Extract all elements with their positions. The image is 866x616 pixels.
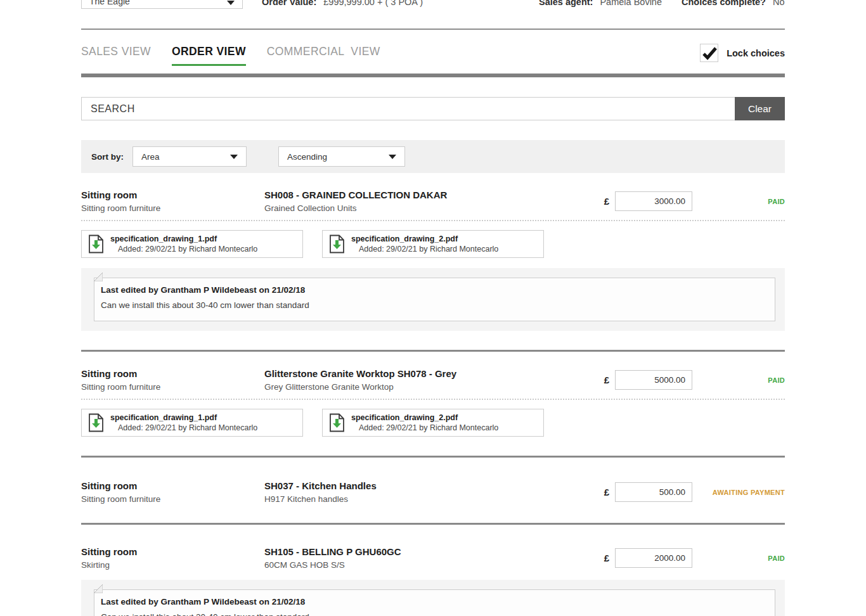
view-tabs: SALES VIEW ORDER VIEW COMMERCIAL VIEW Lo… <box>81 45 785 66</box>
attachment-card[interactable]: specification_drawing_1.pdf Added: 29/02… <box>81 230 303 258</box>
folded-corner-icon <box>94 273 103 281</box>
item-title: SH008 - GRAINED COLLECTION DAKAR <box>264 189 604 200</box>
attachment-filename: specification_drawing_1.pdf <box>110 413 257 422</box>
attachment-added: Added: 29/02/21 by Richard Montecarlo <box>118 245 257 253</box>
development-dropdown[interactable]: The Eagle <box>81 0 243 9</box>
tab-sales-view[interactable]: SALES VIEW <box>81 45 151 66</box>
sales-agent: Pamela Bovine <box>600 0 662 7</box>
item-subtitle: Grained Collection Units <box>264 203 604 213</box>
attachments-row: specification_drawing_1.pdf Added: 29/02… <box>81 230 785 258</box>
attachment-added: Added: 29/02/21 by Richard Montecarlo <box>359 245 498 253</box>
attachments-row: specification_drawing_1.pdf Added: 29/02… <box>81 409 785 437</box>
attachment-filename: specification_drawing_2.pdf <box>351 234 498 243</box>
comment-body: Can we install this about 30-40 cm lower… <box>101 612 767 616</box>
sales-agent-field: Sales agent: Pamela Bovine <box>539 0 662 7</box>
search-input[interactable] <box>81 97 735 120</box>
download-file-icon <box>88 413 104 432</box>
currency-symbol: £ <box>604 196 609 207</box>
download-file-icon <box>88 234 104 253</box>
order-value: £999,999.00 + ( 3 POA ) <box>323 0 423 7</box>
item-area: Sitting room <box>81 368 264 379</box>
download-file-icon <box>329 413 345 432</box>
order-value-label: Order Value: <box>262 0 316 7</box>
item-category: Skirting <box>81 560 264 570</box>
sort-direction-value: Ascending <box>287 152 327 162</box>
attachment-filename: specification_drawing_1.pdf <box>110 234 257 243</box>
section-divider-bar <box>81 74 785 77</box>
download-file-icon <box>329 234 345 253</box>
status-badge: PAID <box>692 198 785 205</box>
lock-choices-checkbox[interactable] <box>700 44 718 62</box>
tab-commercial-view[interactable]: COMMERCIAL VIEW <box>267 45 380 66</box>
chevron-down-icon <box>230 155 238 159</box>
sort-by-label: Sort by: <box>91 152 124 162</box>
choices-complete-label: Choices complete? <box>682 0 766 7</box>
comment-box: Last edited by Grantham P Wildebeast on … <box>94 278 775 321</box>
currency-symbol: £ <box>604 375 609 385</box>
comment-box: Last edited by Grantham P Wildebeast on … <box>94 589 775 616</box>
lock-choices-label: Lock choices <box>727 48 785 58</box>
chevron-down-icon <box>389 155 396 159</box>
header-divider <box>81 29 785 30</box>
sales-agent-label: Sales agent: <box>539 0 593 7</box>
folded-corner-icon <box>94 584 103 593</box>
currency-symbol: £ <box>604 553 609 563</box>
status-badge: PAID <box>692 555 785 562</box>
dotted-divider <box>81 399 785 400</box>
item-title: SH037 - Kitchen Handles <box>264 480 604 491</box>
top-bar: The Eagle Order Value: £999,999.00 + ( 3… <box>81 0 785 10</box>
clear-search-button[interactable]: Clear <box>735 97 785 120</box>
attachment-card[interactable]: specification_drawing_2.pdf Added: 29/02… <box>322 230 544 258</box>
attachment-filename: specification_drawing_2.pdf <box>351 413 498 422</box>
item-area: Sitting room <box>81 480 264 491</box>
tab-order-view[interactable]: ORDER VIEW <box>172 45 246 66</box>
search-bar: Clear <box>81 97 785 120</box>
sort-direction-dropdown[interactable]: Ascending <box>278 146 405 167</box>
item-subtitle: H917 Kitchen handles <box>264 494 604 504</box>
order-view-page: The Eagle Order Value: £999,999.00 + ( 3… <box>0 0 866 616</box>
attachment-card[interactable]: specification_drawing_1.pdf Added: 29/02… <box>81 409 303 437</box>
item-divider <box>81 523 785 525</box>
item-title: Glitterstone Granite Worktop SH078 - Gre… <box>264 368 604 379</box>
checkmark-icon <box>701 45 718 61</box>
item-category: Sitting room furniture <box>81 382 264 392</box>
item-title: SH105 - BELLING P GHU60GC <box>264 546 604 557</box>
comment-title: Last edited by Grantham P Wildebeast on … <box>101 285 767 295</box>
item-subtitle: 60CM GAS HOB S/S <box>264 560 604 570</box>
price-input[interactable] <box>615 548 692 568</box>
status-badge: AWAITING PAYMENT <box>692 489 785 496</box>
price-input[interactable] <box>615 482 692 502</box>
comment-title: Last edited by Grantham P Wildebeast on … <box>101 597 767 606</box>
item-divider <box>81 350 785 352</box>
chevron-down-icon <box>227 1 235 5</box>
attachment-added: Added: 29/02/21 by Richard Montecarlo <box>118 423 257 432</box>
comment-body: Can we install this about 30-40 cm lower… <box>101 300 767 310</box>
sort-bar: Sort by: Area Ascending <box>81 140 785 173</box>
choices-complete-field: Choices complete? No <box>682 0 785 7</box>
sort-field-dropdown[interactable]: Area <box>132 146 247 167</box>
attachment-card[interactable]: specification_drawing_2.pdf Added: 29/02… <box>322 409 544 437</box>
order-item: Sitting room Sitting room furniture SH03… <box>81 480 785 504</box>
comment-section: Last edited by Grantham P Wildebeast on … <box>81 580 785 616</box>
item-category: Sitting room furniture <box>81 494 264 504</box>
order-item-header: Sitting room Sitting room furniture SH00… <box>81 189 785 213</box>
development-dropdown-value: The Eagle <box>89 0 130 6</box>
currency-symbol: £ <box>604 487 609 497</box>
lock-choices: Lock choices <box>700 44 785 62</box>
choices-complete-value: No <box>773 0 785 7</box>
item-divider <box>81 456 785 458</box>
order-item-header: Sitting room Sitting room furniture SH03… <box>81 480 785 504</box>
order-item: Sitting room Skirting SH105 - BELLING P … <box>81 546 785 616</box>
item-area: Sitting room <box>81 546 264 557</box>
sort-field-value: Area <box>141 152 160 162</box>
order-item: Sitting room Sitting room furniture SH00… <box>81 189 785 331</box>
order-item: Sitting room Sitting room furniture Glit… <box>81 368 785 437</box>
item-category: Sitting room furniture <box>81 203 264 213</box>
item-subtitle: Grey Glitterstone Granite Worktop <box>264 382 604 392</box>
order-value-field: Order Value: £999,999.00 + ( 3 POA ) <box>262 0 423 7</box>
price-input[interactable] <box>615 191 692 211</box>
order-item-header: Sitting room Sitting room furniture Glit… <box>81 368 785 392</box>
order-item-header: Sitting room Skirting SH105 - BELLING P … <box>81 546 785 570</box>
price-input[interactable] <box>615 370 692 390</box>
attachment-added: Added: 29/02/21 by Richard Montecarlo <box>359 423 498 432</box>
